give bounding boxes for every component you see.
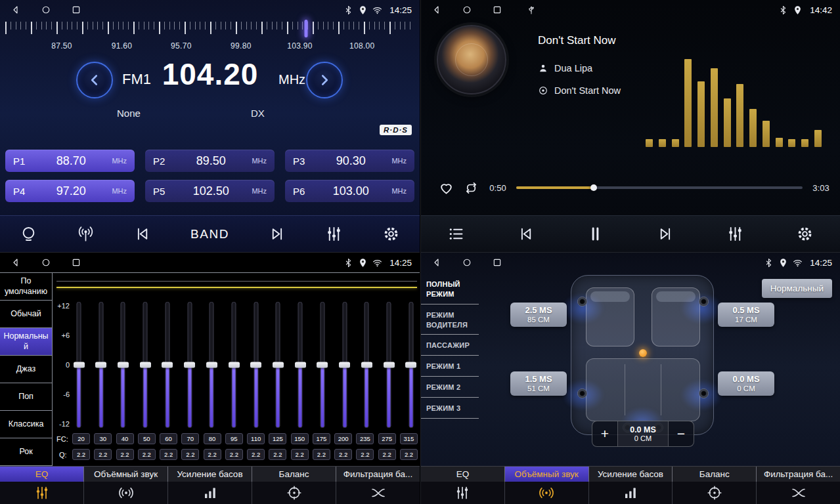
slider-knob[interactable]	[295, 362, 306, 368]
eq-preset-item[interactable]: Рок	[0, 438, 52, 466]
nav-recents-icon[interactable]	[71, 257, 81, 268]
delay-decrease-button[interactable]: −	[669, 421, 694, 446]
eq-band-slider[interactable]	[95, 302, 108, 428]
repeat-icon[interactable]	[463, 180, 479, 196]
frequency-pointer[interactable]	[304, 20, 307, 37]
previous-track-icon[interactable]	[517, 225, 535, 243]
slider-knob[interactable]	[162, 362, 173, 368]
settings-icon[interactable]	[382, 225, 400, 243]
tab-balance[interactable]: Баланс	[252, 467, 336, 482]
nav-back-icon[interactable]	[431, 257, 442, 268]
nav-back-icon[interactable]	[431, 5, 442, 15]
eq-preset-item[interactable]: Нормальный	[0, 328, 52, 356]
delay-badge-rear-left[interactable]: 1.5 MS51 CM	[510, 371, 567, 396]
slider-knob[interactable]	[405, 362, 416, 368]
mode-item[interactable]: РЕЖИМ ВОДИТЕЛЯ	[421, 304, 479, 335]
nav-recents-icon[interactable]	[492, 257, 502, 268]
nav-back-icon[interactable]	[11, 5, 21, 15]
bass-boost-icon[interactable]	[168, 482, 252, 504]
equalizer-icon[interactable]	[325, 225, 343, 243]
eq-band-slider[interactable]	[139, 302, 152, 428]
listening-position-dot[interactable]	[639, 349, 647, 357]
delay-increase-button[interactable]: +	[592, 421, 617, 446]
nav-home-icon[interactable]	[462, 5, 472, 15]
mode-item[interactable]: РЕЖИМ 2	[421, 377, 479, 398]
eq-sliders-icon[interactable]	[0, 482, 84, 504]
tune-up-button[interactable]	[306, 62, 343, 98]
tab-eq[interactable]: EQ	[421, 467, 505, 482]
nav-home-icon[interactable]	[41, 5, 51, 15]
eq-band-slider[interactable]	[382, 302, 395, 428]
slider-knob[interactable]	[339, 362, 350, 368]
settings-icon[interactable]	[796, 225, 814, 243]
eq-preset-item[interactable]: Классика	[0, 411, 52, 438]
preset-button-p6[interactable]: P6103.00MHz	[285, 180, 414, 202]
tab-filter[interactable]: Фильтрация ба...	[757, 467, 840, 482]
eq-preset-item[interactable]: Поп	[0, 383, 52, 411]
mode-item[interactable]: ПОЛНЫЙ РЕЖИМ	[421, 274, 479, 304]
slider-knob[interactable]	[206, 362, 217, 368]
slider-knob[interactable]	[250, 362, 261, 368]
delay-badge-front-left[interactable]: 2.5 MS85 CM	[510, 303, 567, 327]
surround-speaker-icon[interactable]	[505, 482, 589, 504]
slider-knob[interactable]	[317, 362, 328, 368]
band-button[interactable]: BAND	[190, 227, 229, 242]
nav-back-icon[interactable]	[11, 257, 21, 268]
preset-button-p4[interactable]: P497.20MHz	[5, 180, 135, 202]
slider-knob[interactable]	[95, 362, 106, 368]
eq-band-slider[interactable]	[405, 302, 418, 428]
balance-icon[interactable]	[673, 482, 757, 504]
eq-band-slider[interactable]	[338, 302, 351, 428]
nav-recents-icon[interactable]	[492, 5, 502, 15]
eq-band-slider[interactable]	[227, 302, 240, 428]
previous-station-icon[interactable]	[133, 225, 151, 243]
eq-band-slider[interactable]	[271, 302, 284, 428]
slider-knob[interactable]	[118, 362, 129, 368]
eq-band-slider[interactable]	[316, 302, 329, 428]
slider-knob[interactable]	[273, 362, 284, 368]
slider-knob[interactable]	[229, 362, 240, 368]
crossover-filter-icon[interactable]	[757, 482, 840, 504]
slider-knob[interactable]	[140, 362, 151, 368]
preset-button-p1[interactable]: P188.70MHz	[5, 150, 135, 172]
mode-item[interactable]: РЕЖИМ 3	[421, 398, 479, 419]
nav-home-icon[interactable]	[41, 257, 51, 268]
tune-down-button[interactable]	[76, 62, 113, 98]
mode-item[interactable]: ПАССАЖИР	[421, 335, 479, 356]
scan-icon[interactable]	[20, 225, 37, 243]
eq-preset-item[interactable]: По умолчанию	[0, 273, 52, 301]
frequency-ruler[interactable]	[5, 22, 414, 41]
progress-knob[interactable]	[590, 184, 597, 191]
tab-surround[interactable]: Объёмный звук	[84, 467, 168, 482]
mode-item[interactable]: РЕЖИМ 1	[421, 356, 479, 377]
eq-band-slider[interactable]	[294, 302, 307, 428]
crossover-filter-icon[interactable]	[336, 482, 420, 504]
delay-badge-front-right[interactable]: 0.5 MS17 CM	[718, 303, 774, 327]
balance-icon[interactable]	[252, 482, 336, 504]
tab-filter[interactable]: Фильтрация ба...	[336, 467, 420, 482]
preset-button-p3[interactable]: P390.30MHz	[285, 150, 414, 172]
surround-speaker-icon[interactable]	[84, 482, 168, 504]
eq-band-slider[interactable]	[250, 302, 263, 428]
progress-bar[interactable]	[516, 186, 803, 189]
playlist-icon[interactable]	[447, 225, 465, 243]
eq-band-slider[interactable]	[205, 302, 218, 428]
tab-bass-boost[interactable]: Усиление басов	[168, 467, 252, 482]
tab-balance[interactable]: Баланс	[673, 467, 757, 482]
delay-badge-rear-right[interactable]: 0.0 MS0 CM	[718, 371, 774, 396]
eq-preset-item[interactable]: Обычай	[0, 301, 52, 328]
preset-button-p5[interactable]: P5102.50MHz	[145, 180, 275, 202]
equalizer-icon[interactable]	[726, 225, 744, 243]
slider-knob[interactable]	[361, 362, 372, 368]
eq-band-slider[interactable]	[360, 302, 373, 428]
bass-boost-icon[interactable]	[589, 482, 673, 504]
slider-knob[interactable]	[74, 362, 85, 368]
eq-sliders-icon[interactable]	[421, 482, 505, 504]
next-station-icon[interactable]	[269, 225, 286, 243]
eq-preset-item[interactable]: Джаз	[0, 356, 52, 383]
tab-bass-boost[interactable]: Усиление басов	[589, 467, 673, 482]
eq-band-slider[interactable]	[183, 302, 196, 428]
eq-band-slider[interactable]	[72, 302, 85, 428]
tab-eq[interactable]: EQ	[0, 467, 84, 482]
pause-icon[interactable]	[586, 225, 604, 243]
